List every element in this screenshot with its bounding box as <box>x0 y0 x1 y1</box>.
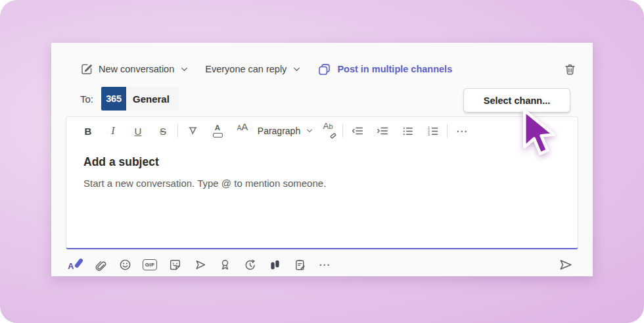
video-clip-button[interactable] <box>192 256 208 273</box>
font-size-large-letter: A <box>241 121 248 132</box>
more-actions-button[interactable]: ⋯ <box>317 256 333 273</box>
strikethrough-button[interactable]: S <box>150 121 175 141</box>
new-conversation-menu[interactable]: New conversation <box>80 62 188 76</box>
font-size-small-letter: A <box>237 124 242 132</box>
post-multiple-channels-button[interactable]: Post in multiple channels <box>317 62 452 76</box>
schedule-send-button[interactable] <box>242 256 258 273</box>
bold-button[interactable]: B <box>76 121 101 141</box>
chevron-down-icon <box>306 129 313 133</box>
paragraph-label: Paragraph <box>258 126 300 136</box>
more-format-options-button[interactable]: ⋯ <box>449 121 474 141</box>
highlight-button[interactable] <box>180 121 205 141</box>
loop-button[interactable] <box>267 256 283 273</box>
outdent-icon <box>351 125 364 137</box>
indent-icon <box>376 125 389 137</box>
emoji-icon <box>118 258 132 272</box>
toolbar-divider <box>177 124 178 137</box>
compose-box: B I U S A AA <box>66 116 578 249</box>
emoji-button[interactable] <box>117 256 133 273</box>
channel-name: General <box>126 93 179 105</box>
gif-button[interactable]: GIF <box>142 256 158 273</box>
format-button[interactable]: A <box>67 257 83 272</box>
paperclip-icon <box>93 258 107 272</box>
svg-text:3: 3 <box>427 132 429 136</box>
bulleted-list-button[interactable] <box>395 121 420 141</box>
format-letter: A <box>68 261 74 271</box>
decrease-indent-button[interactable] <box>345 121 370 141</box>
clear-format-letter-a: A <box>323 121 329 131</box>
approvals-button[interactable] <box>292 256 308 273</box>
to-label: To: <box>80 93 93 105</box>
clear-format-letter-b: b <box>329 122 333 130</box>
compose-actions-toolbar: A GIF <box>66 255 578 274</box>
send-icon <box>558 257 573 272</box>
font-color-letter: A <box>215 124 220 132</box>
sticker-icon <box>168 258 182 272</box>
sticker-button[interactable] <box>167 256 183 273</box>
bulleted-list-icon <box>402 125 414 137</box>
message-input[interactable]: Start a new conversation. Type @ to ment… <box>66 178 578 189</box>
new-conversation-label: New conversation <box>99 64 174 74</box>
italic-button[interactable]: I <box>101 121 126 141</box>
paragraph-style-menu[interactable]: Paragraph <box>255 121 315 141</box>
increase-indent-button[interactable] <box>370 121 395 141</box>
highlight-icon <box>187 125 199 137</box>
pen-icon <box>74 258 84 268</box>
gif-icon: GIF <box>143 259 158 270</box>
numbered-list-icon: 1 2 3 <box>426 125 439 137</box>
post-multiple-label: Post in multiple channels <box>337 64 452 74</box>
reply-permission-menu[interactable]: Everyone can reply <box>205 64 300 74</box>
delete-draft-button[interactable] <box>563 62 577 76</box>
clock-icon <box>243 258 257 272</box>
multiple-channels-icon <box>317 62 331 76</box>
compose-icon <box>80 62 93 76</box>
subject-input[interactable]: Add a subject <box>66 155 578 169</box>
format-toolbar: B I U S A AA <box>66 117 578 145</box>
composer-header: New conversation Everyone can reply Post… <box>51 43 593 77</box>
trash-icon <box>563 62 577 76</box>
font-size-button[interactable]: AA <box>230 121 255 141</box>
praise-medal-icon <box>218 258 232 272</box>
praise-button[interactable] <box>217 256 233 273</box>
numbered-list-button[interactable]: 1 2 3 <box>420 121 445 141</box>
clear-format-button[interactable]: Ab <box>315 121 340 141</box>
reply-permission-label: Everyone can reply <box>205 64 287 74</box>
team-avatar: 365 <box>101 87 126 111</box>
send-button[interactable] <box>558 257 573 272</box>
eraser-icon <box>330 132 336 139</box>
chevron-down-icon <box>181 67 188 72</box>
toolbar-divider <box>447 124 448 137</box>
font-color-bar <box>213 133 223 137</box>
underline-button[interactable]: U <box>126 121 150 141</box>
chevron-down-icon <box>293 67 300 72</box>
loop-icon <box>268 258 282 272</box>
mouse-cursor <box>520 108 561 164</box>
video-clip-icon <box>193 258 207 272</box>
composer-card: New conversation Everyone can reply Post… <box>51 43 593 276</box>
purple-backdrop: New conversation Everyone can reply Post… <box>0 0 644 323</box>
font-color-button[interactable]: A <box>205 121 230 141</box>
approvals-clipboard-icon <box>293 258 307 272</box>
channel-chip[interactable]: 365 General <box>101 87 179 111</box>
toolbar-divider <box>342 124 343 137</box>
attach-file-button[interactable] <box>92 256 108 273</box>
